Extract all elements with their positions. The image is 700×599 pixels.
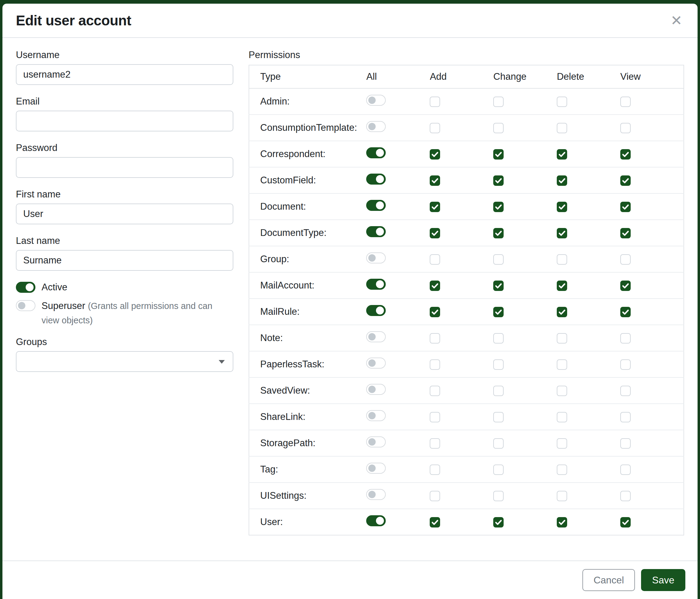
close-icon[interactable]: ✕ <box>669 14 684 27</box>
permission-add-checkbox[interactable] <box>430 281 440 291</box>
permission-change-checkbox[interactable] <box>493 307 504 317</box>
permission-delete-checkbox[interactable] <box>557 412 567 422</box>
permission-view-checkbox[interactable] <box>620 123 631 133</box>
permission-all-toggle[interactable] <box>366 489 386 500</box>
permission-add-checkbox[interactable] <box>430 123 440 133</box>
permission-add-checkbox[interactable] <box>430 464 440 475</box>
permission-type-label: StoragePath: <box>249 430 366 456</box>
permission-all-toggle[interactable] <box>366 463 386 474</box>
permission-change-checkbox[interactable] <box>493 97 504 107</box>
permission-delete-checkbox[interactable] <box>557 254 567 265</box>
permission-add-checkbox[interactable] <box>430 97 440 107</box>
superuser-toggle[interactable] <box>16 300 35 311</box>
permission-change-checkbox[interactable] <box>493 359 504 370</box>
active-toggle[interactable] <box>16 282 35 293</box>
permission-all-toggle[interactable] <box>366 515 386 526</box>
permission-add-checkbox[interactable] <box>430 333 440 343</box>
permission-change-checkbox[interactable] <box>493 491 504 501</box>
permission-delete-checkbox[interactable] <box>557 333 567 343</box>
permission-change-checkbox[interactable] <box>493 123 504 133</box>
permission-add-checkbox[interactable] <box>430 202 440 212</box>
permission-delete-checkbox[interactable] <box>557 202 567 212</box>
permission-delete-checkbox[interactable] <box>557 97 567 107</box>
permission-change-checkbox[interactable] <box>493 254 504 265</box>
permission-add-checkbox[interactable] <box>430 254 440 265</box>
permission-view-checkbox[interactable] <box>620 202 631 212</box>
permission-view-checkbox[interactable] <box>620 517 631 527</box>
permission-all-toggle[interactable] <box>366 200 386 211</box>
permission-type-label: MailAccount: <box>249 272 366 298</box>
permission-all-toggle[interactable] <box>366 305 386 316</box>
permission-all-toggle[interactable] <box>366 279 386 290</box>
permission-all-toggle[interactable] <box>366 253 386 263</box>
permission-view-checkbox[interactable] <box>620 359 631 370</box>
permission-all-toggle[interactable] <box>366 226 386 237</box>
permission-add-checkbox[interactable] <box>430 412 440 422</box>
permission-delete-checkbox[interactable] <box>557 123 567 133</box>
permission-delete-checkbox[interactable] <box>557 307 567 317</box>
permission-delete-checkbox[interactable] <box>557 281 567 291</box>
username-input[interactable] <box>16 64 233 85</box>
permission-change-checkbox[interactable] <box>493 412 504 422</box>
permission-view-checkbox[interactable] <box>620 307 631 317</box>
email-label: Email <box>16 96 233 107</box>
permission-add-checkbox[interactable] <box>430 228 440 238</box>
permission-all-toggle[interactable] <box>366 331 386 342</box>
permission-view-checkbox[interactable] <box>620 228 631 238</box>
permission-change-checkbox[interactable] <box>493 202 504 212</box>
permission-view-checkbox[interactable] <box>620 254 631 265</box>
permission-view-checkbox[interactable] <box>620 97 631 107</box>
cancel-button[interactable]: Cancel <box>582 569 635 591</box>
permission-view-checkbox[interactable] <box>620 386 631 396</box>
permission-all-toggle[interactable] <box>366 436 386 448</box>
permission-delete-checkbox[interactable] <box>557 438 567 449</box>
permission-view-checkbox[interactable] <box>620 438 631 449</box>
permission-change-checkbox[interactable] <box>493 175 504 186</box>
last-name-input[interactable] <box>16 250 233 271</box>
permission-delete-checkbox[interactable] <box>557 228 567 238</box>
permission-all-toggle[interactable] <box>366 384 386 395</box>
permission-all-toggle[interactable] <box>366 147 386 158</box>
permission-all-toggle[interactable] <box>366 121 386 132</box>
permission-change-checkbox[interactable] <box>493 228 504 238</box>
first-name-input[interactable] <box>16 203 233 224</box>
permission-add-checkbox[interactable] <box>430 149 440 160</box>
permission-change-checkbox[interactable] <box>493 386 504 396</box>
permission-change-checkbox[interactable] <box>493 281 504 291</box>
permission-add-checkbox[interactable] <box>430 438 440 449</box>
permission-change-checkbox[interactable] <box>493 438 504 449</box>
permission-all-toggle[interactable] <box>366 410 386 421</box>
permission-view-checkbox[interactable] <box>620 491 631 501</box>
permission-delete-checkbox[interactable] <box>557 359 567 370</box>
permission-view-checkbox[interactable] <box>620 333 631 343</box>
permission-delete-checkbox[interactable] <box>557 464 567 475</box>
permission-all-toggle[interactable] <box>366 358 386 368</box>
permission-delete-checkbox[interactable] <box>557 149 567 160</box>
toggle-knob <box>368 412 376 419</box>
permission-add-checkbox[interactable] <box>430 175 440 186</box>
email-input[interactable] <box>16 111 233 131</box>
permission-delete-checkbox[interactable] <box>557 517 567 527</box>
permission-add-checkbox[interactable] <box>430 307 440 317</box>
permission-add-checkbox[interactable] <box>430 386 440 396</box>
permission-delete-checkbox[interactable] <box>557 386 567 396</box>
permission-change-checkbox[interactable] <box>493 517 504 527</box>
permission-change-checkbox[interactable] <box>493 333 504 343</box>
permission-view-checkbox[interactable] <box>620 281 631 291</box>
permission-view-checkbox[interactable] <box>620 412 631 422</box>
permission-view-checkbox[interactable] <box>620 175 631 186</box>
password-input[interactable] <box>16 157 233 178</box>
permission-change-checkbox[interactable] <box>493 149 504 160</box>
groups-select[interactable] <box>16 351 233 372</box>
permission-add-checkbox[interactable] <box>430 517 440 527</box>
permission-delete-checkbox[interactable] <box>557 491 567 501</box>
permission-delete-checkbox[interactable] <box>557 175 567 186</box>
permission-all-toggle[interactable] <box>366 174 386 185</box>
permission-add-checkbox[interactable] <box>430 491 440 501</box>
permission-view-checkbox[interactable] <box>620 149 631 160</box>
permission-all-toggle[interactable] <box>366 95 386 106</box>
permission-add-checkbox[interactable] <box>430 359 440 370</box>
permission-view-checkbox[interactable] <box>620 464 631 475</box>
save-button[interactable]: Save <box>641 569 685 591</box>
permission-change-checkbox[interactable] <box>493 464 504 475</box>
